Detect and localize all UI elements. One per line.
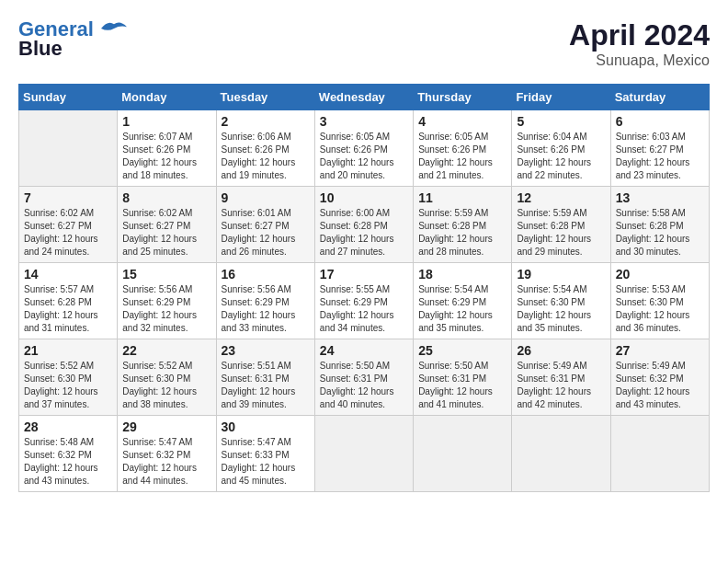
day-info: Sunrise: 6:02 AMSunset: 6:27 PMDaylight:…: [122, 207, 210, 259]
day-cell: 20Sunrise: 5:53 AMSunset: 6:30 PMDayligh…: [610, 263, 709, 339]
day-cell: 27Sunrise: 5:49 AMSunset: 6:32 PMDayligh…: [610, 339, 709, 416]
day-info: Sunrise: 6:07 AMSunset: 6:26 PMDaylight:…: [122, 131, 210, 182]
location-subtitle: Sunuapa, Mexico: [569, 52, 710, 69]
day-number: 14: [24, 267, 112, 282]
day-cell: 22Sunrise: 5:52 AMSunset: 6:30 PMDayligh…: [118, 339, 216, 416]
day-number: 13: [616, 190, 704, 205]
day-info: Sunrise: 5:47 AMSunset: 6:32 PMDaylight:…: [122, 436, 210, 488]
header-friday: Friday: [512, 85, 610, 110]
logo: General Blue: [18, 18, 127, 61]
day-info: Sunrise: 5:58 AMSunset: 6:28 PMDaylight:…: [616, 207, 704, 259]
title-block: April 2024 Sunuapa, Mexico: [569, 18, 710, 69]
day-number: 24: [320, 343, 408, 358]
day-info: Sunrise: 5:51 AMSunset: 6:31 PMDaylight:…: [222, 360, 310, 411]
day-cell: 2Sunrise: 6:06 AMSunset: 6:26 PMDaylight…: [216, 110, 314, 187]
day-number: 6: [616, 114, 704, 129]
day-number: 10: [320, 190, 408, 205]
day-number: 17: [320, 267, 408, 282]
day-info: Sunrise: 5:57 AMSunset: 6:28 PMDaylight:…: [24, 283, 112, 335]
day-info: Sunrise: 5:50 AMSunset: 6:31 PMDaylight:…: [320, 360, 408, 411]
page-header: General Blue April 2024 Sunuapa, Mexico: [18, 18, 710, 69]
header-tuesday: Tuesday: [216, 85, 314, 110]
day-info: Sunrise: 6:03 AMSunset: 6:27 PMDaylight:…: [616, 131, 704, 182]
day-cell: 3Sunrise: 6:05 AMSunset: 6:26 PMDaylight…: [314, 110, 413, 187]
day-number: 30: [222, 419, 310, 434]
day-cell: [610, 416, 709, 492]
day-cell: 30Sunrise: 5:47 AMSunset: 6:33 PMDayligh…: [216, 416, 314, 492]
day-cell: 8Sunrise: 6:02 AMSunset: 6:27 PMDaylight…: [118, 187, 216, 263]
days-header-row: SundayMondayTuesdayWednesdayThursdayFrid…: [19, 85, 710, 110]
day-info: Sunrise: 5:49 AMSunset: 6:32 PMDaylight:…: [616, 360, 704, 411]
day-number: 22: [122, 343, 210, 358]
day-cell: 28Sunrise: 5:48 AMSunset: 6:32 PMDayligh…: [19, 416, 118, 492]
day-number: 9: [222, 190, 310, 205]
header-sunday: Sunday: [19, 85, 118, 110]
day-cell: 13Sunrise: 5:58 AMSunset: 6:28 PMDayligh…: [610, 187, 709, 263]
day-info: Sunrise: 6:00 AMSunset: 6:28 PMDaylight:…: [320, 207, 408, 259]
day-cell: 9Sunrise: 6:01 AMSunset: 6:27 PMDaylight…: [216, 187, 314, 263]
day-info: Sunrise: 5:59 AMSunset: 6:28 PMDaylight:…: [418, 207, 506, 259]
day-number: 15: [122, 267, 210, 282]
day-number: 2: [222, 114, 310, 129]
day-info: Sunrise: 6:01 AMSunset: 6:27 PMDaylight:…: [222, 207, 310, 259]
calendar-table: SundayMondayTuesdayWednesdayThursdayFrid…: [18, 84, 710, 492]
week-row-1: 1Sunrise: 6:07 AMSunset: 6:26 PMDaylight…: [19, 110, 710, 187]
day-info: Sunrise: 6:06 AMSunset: 6:26 PMDaylight:…: [222, 131, 310, 182]
day-cell: 12Sunrise: 5:59 AMSunset: 6:28 PMDayligh…: [512, 187, 610, 263]
day-number: 20: [616, 267, 704, 282]
logo-bird-icon: [101, 19, 127, 38]
day-info: Sunrise: 6:05 AMSunset: 6:26 PMDaylight:…: [320, 131, 408, 182]
day-info: Sunrise: 5:59 AMSunset: 6:28 PMDaylight:…: [517, 207, 605, 259]
day-cell: 17Sunrise: 5:55 AMSunset: 6:29 PMDayligh…: [314, 263, 413, 339]
day-number: 7: [24, 190, 112, 205]
day-info: Sunrise: 6:05 AMSunset: 6:26 PMDaylight:…: [418, 131, 506, 182]
day-cell: 7Sunrise: 6:02 AMSunset: 6:27 PMDaylight…: [19, 187, 118, 263]
day-cell: 6Sunrise: 6:03 AMSunset: 6:27 PMDaylight…: [610, 110, 709, 187]
day-number: 1: [122, 114, 210, 129]
day-cell: 24Sunrise: 5:50 AMSunset: 6:31 PMDayligh…: [314, 339, 413, 416]
week-row-3: 14Sunrise: 5:57 AMSunset: 6:28 PMDayligh…: [19, 263, 710, 339]
day-info: Sunrise: 5:54 AMSunset: 6:29 PMDaylight:…: [418, 283, 506, 335]
day-info: Sunrise: 5:48 AMSunset: 6:32 PMDaylight:…: [24, 436, 112, 488]
header-saturday: Saturday: [610, 85, 709, 110]
day-cell: 4Sunrise: 6:05 AMSunset: 6:26 PMDaylight…: [414, 110, 512, 187]
day-info: Sunrise: 5:52 AMSunset: 6:30 PMDaylight:…: [24, 360, 112, 411]
day-number: 29: [122, 419, 210, 434]
day-cell: 18Sunrise: 5:54 AMSunset: 6:29 PMDayligh…: [414, 263, 512, 339]
header-thursday: Thursday: [414, 85, 512, 110]
day-number: 18: [418, 267, 506, 282]
day-number: 25: [418, 343, 506, 358]
day-number: 11: [418, 190, 506, 205]
day-cell: 15Sunrise: 5:56 AMSunset: 6:29 PMDayligh…: [118, 263, 216, 339]
day-cell: 19Sunrise: 5:54 AMSunset: 6:30 PMDayligh…: [512, 263, 610, 339]
day-number: 4: [418, 114, 506, 129]
day-info: Sunrise: 5:52 AMSunset: 6:30 PMDaylight:…: [122, 360, 210, 411]
day-number: 3: [320, 114, 408, 129]
day-info: Sunrise: 5:56 AMSunset: 6:29 PMDaylight:…: [122, 283, 210, 335]
day-number: 27: [616, 343, 704, 358]
day-cell: [512, 416, 610, 492]
day-info: Sunrise: 5:54 AMSunset: 6:30 PMDaylight:…: [517, 283, 605, 335]
day-number: 19: [517, 267, 605, 282]
day-info: Sunrise: 5:53 AMSunset: 6:30 PMDaylight:…: [616, 283, 704, 335]
header-wednesday: Wednesday: [314, 85, 413, 110]
week-row-4: 21Sunrise: 5:52 AMSunset: 6:30 PMDayligh…: [19, 339, 710, 416]
header-monday: Monday: [118, 85, 216, 110]
day-number: 12: [517, 190, 605, 205]
day-cell: 1Sunrise: 6:07 AMSunset: 6:26 PMDaylight…: [118, 110, 216, 187]
day-info: Sunrise: 5:47 AMSunset: 6:33 PMDaylight:…: [222, 436, 310, 488]
day-info: Sunrise: 6:02 AMSunset: 6:27 PMDaylight:…: [24, 207, 112, 259]
day-cell: [19, 110, 118, 187]
day-info: Sunrise: 5:55 AMSunset: 6:29 PMDaylight:…: [320, 283, 408, 335]
day-cell: [314, 416, 413, 492]
day-cell: 16Sunrise: 5:56 AMSunset: 6:29 PMDayligh…: [216, 263, 314, 339]
day-cell: 14Sunrise: 5:57 AMSunset: 6:28 PMDayligh…: [19, 263, 118, 339]
day-info: Sunrise: 5:56 AMSunset: 6:29 PMDaylight:…: [222, 283, 310, 335]
week-row-2: 7Sunrise: 6:02 AMSunset: 6:27 PMDaylight…: [19, 187, 710, 263]
day-number: 21: [24, 343, 112, 358]
day-cell: 29Sunrise: 5:47 AMSunset: 6:32 PMDayligh…: [118, 416, 216, 492]
day-cell: 11Sunrise: 5:59 AMSunset: 6:28 PMDayligh…: [414, 187, 512, 263]
week-row-5: 28Sunrise: 5:48 AMSunset: 6:32 PMDayligh…: [19, 416, 710, 492]
day-number: 8: [122, 190, 210, 205]
day-info: Sunrise: 6:04 AMSunset: 6:26 PMDaylight:…: [517, 131, 605, 182]
